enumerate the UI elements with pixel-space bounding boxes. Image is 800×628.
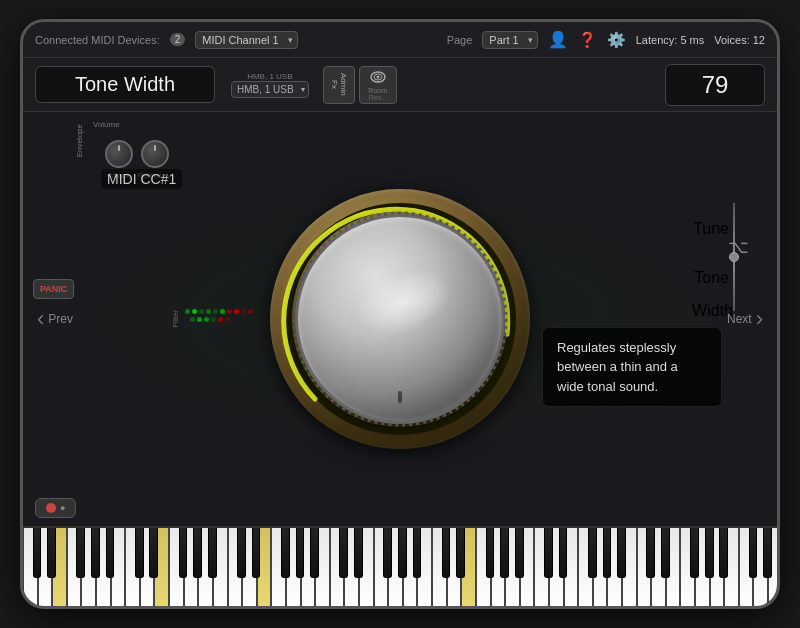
midi-cc-overlay: MIDI CC#1	[101, 170, 182, 188]
header-row: Tone Width HMB, 1 USB HMB, 1 USB ▾ Admin…	[23, 58, 777, 112]
midi-channel-dropdown[interactable]: MIDI Channel 1	[195, 31, 297, 49]
black-key[interactable]	[339, 528, 348, 578]
knob-serration	[270, 189, 530, 449]
record-label: ●	[60, 503, 65, 513]
midi-devices-label: Connected MIDI Devices:	[35, 34, 160, 46]
prev-button[interactable]: ‹ Prev	[37, 306, 73, 332]
black-key[interactable]	[354, 528, 363, 578]
voices-stat: Voices: 12	[714, 34, 765, 46]
record-dot	[46, 503, 56, 513]
black-key[interactable]	[603, 528, 612, 578]
page-dropdown[interactable]: Part 1	[482, 31, 537, 49]
black-key[interactable]	[33, 528, 42, 578]
tone-label: Tone	[694, 269, 729, 287]
black-key[interactable]	[398, 528, 407, 578]
black-key[interactable]	[559, 528, 568, 578]
room-reverb-button[interactable]: Room Rev...	[359, 66, 397, 104]
param-name-box: Tone Width	[35, 66, 215, 103]
midi-count-badge: 2	[170, 33, 186, 46]
tooltip-text: Regulates steplessly between a thin and …	[557, 340, 678, 393]
midi-assign-label: HMB, 1 USB	[247, 72, 292, 81]
black-key[interactable]	[661, 528, 670, 578]
black-key[interactable]	[588, 528, 597, 578]
black-key[interactable]	[544, 528, 553, 578]
black-key[interactable]	[296, 528, 305, 578]
piano-keyboard[interactable]	[23, 526, 777, 606]
black-key[interactable]	[749, 528, 758, 578]
black-key[interactable]	[719, 528, 728, 578]
black-key[interactable]	[442, 528, 451, 578]
svg-point-4	[294, 213, 506, 425]
envelope-label: Envelope	[75, 124, 84, 157]
room-label: Room	[368, 87, 387, 94]
black-key[interactable]	[646, 528, 655, 578]
admin-fx-button[interactable]: Admin Fx	[323, 66, 355, 104]
help-icon[interactable]: ❓	[578, 31, 597, 49]
black-key[interactable]	[413, 528, 422, 578]
top-bar: Connected MIDI Devices: 2 MIDI Channel 1…	[23, 22, 777, 58]
page-label: Page	[447, 34, 473, 46]
black-key[interactable]	[91, 528, 100, 578]
black-key[interactable]	[310, 528, 319, 578]
black-key[interactable]	[76, 528, 85, 578]
black-key[interactable]	[281, 528, 290, 578]
led-left	[185, 309, 253, 322]
tablet-frame: Connected MIDI Devices: 2 MIDI Channel 1…	[20, 19, 780, 609]
tooltip-box: Regulates steplessly between a thin and …	[542, 327, 722, 407]
black-key[interactable]	[705, 528, 714, 578]
main-area: PANIC Envelope Volume Attack Release Fil…	[23, 112, 777, 526]
black-key[interactable]	[179, 528, 188, 578]
record-button[interactable]: ●	[35, 498, 76, 518]
release-knob[interactable]	[141, 140, 169, 168]
panic-button[interactable]: PANIC	[33, 279, 74, 299]
main-knob[interactable]	[270, 189, 530, 449]
black-key[interactable]	[456, 528, 465, 578]
latency-stat: Latency: 5 ms	[636, 34, 705, 46]
black-key[interactable]	[486, 528, 495, 578]
black-key[interactable]	[690, 528, 699, 578]
fork-icon: ⌥	[728, 236, 749, 258]
svg-point-2	[376, 76, 379, 79]
midi-assign-dropdown[interactable]: HMB, 1 USB ▾	[231, 81, 309, 98]
black-key[interactable]	[500, 528, 509, 578]
black-key[interactable]	[47, 528, 56, 578]
reverb-label: Rev...	[369, 94, 387, 101]
black-key[interactable]	[135, 528, 144, 578]
top-icons: 👤 ❓ ⚙️	[548, 30, 626, 49]
value-display: 79	[665, 64, 765, 106]
black-key[interactable]	[617, 528, 626, 578]
volume-label: Volume	[93, 120, 120, 129]
black-key[interactable]	[763, 528, 772, 578]
black-key[interactable]	[515, 528, 524, 578]
black-key[interactable]	[149, 528, 158, 578]
black-key[interactable]	[252, 528, 261, 578]
black-key[interactable]	[383, 528, 392, 578]
settings-icon[interactable]: ⚙️	[607, 31, 626, 49]
black-key[interactable]	[237, 528, 246, 578]
person-icon[interactable]: 👤	[548, 30, 568, 49]
black-key[interactable]	[193, 528, 202, 578]
attack-knob[interactable]	[105, 140, 133, 168]
width-label: Width	[692, 302, 733, 320]
tune-label: Tune	[693, 220, 729, 238]
black-key[interactable]	[106, 528, 115, 578]
black-key[interactable]	[208, 528, 217, 578]
